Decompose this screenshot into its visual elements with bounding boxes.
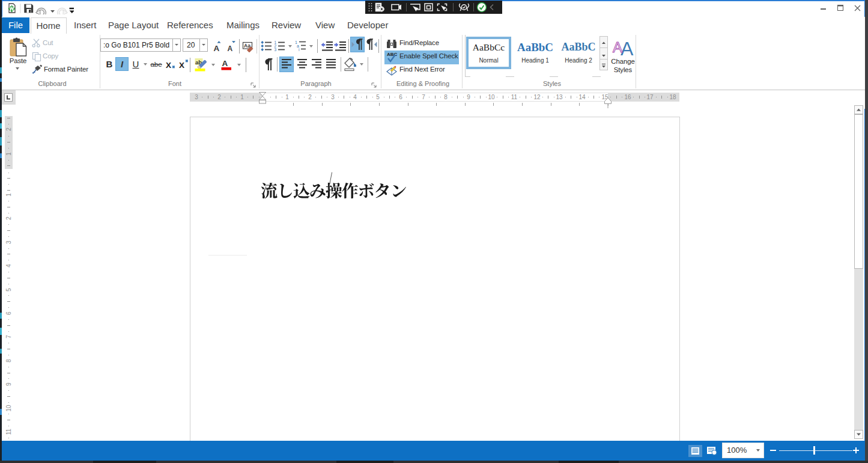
svg-text:A: A <box>613 39 622 55</box>
svg-text:A: A <box>621 38 634 57</box>
svg-text:i: i <box>299 48 300 52</box>
svg-text:A: A <box>222 59 228 68</box>
svg-text:X: X <box>166 61 171 70</box>
svg-text:3: 3 <box>275 48 277 52</box>
svg-text:A: A <box>228 44 233 53</box>
svg-text:ABC: ABC <box>387 52 398 57</box>
svg-text:X: X <box>179 61 184 70</box>
svg-text:A: A <box>214 44 220 53</box>
